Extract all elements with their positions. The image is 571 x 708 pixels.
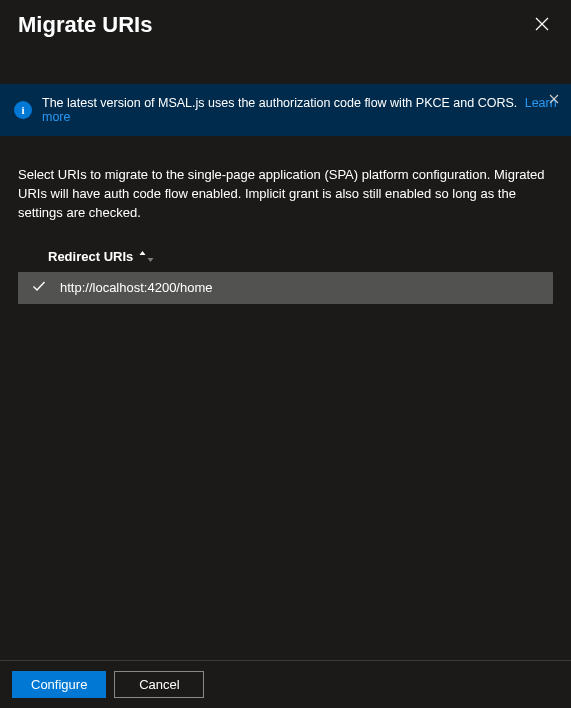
table-row[interactable]: http://localhost:4200/home xyxy=(18,272,553,304)
column-label: Redirect URIs xyxy=(48,249,133,264)
sort-icon xyxy=(139,251,154,262)
banner-close-button[interactable] xyxy=(547,90,561,109)
info-icon: i xyxy=(14,101,32,119)
table-header[interactable]: Redirect URIs xyxy=(18,241,553,272)
info-banner-text: The latest version of MSAL.js uses the a… xyxy=(42,96,557,124)
checkmark-icon xyxy=(32,279,46,297)
uri-value: http://localhost:4200/home xyxy=(60,280,213,295)
description-text: Select URIs to migrate to the single-pag… xyxy=(0,136,571,241)
cancel-button[interactable]: Cancel xyxy=(114,671,204,698)
close-button[interactable] xyxy=(531,13,553,38)
close-icon xyxy=(535,19,549,34)
configure-button[interactable]: Configure xyxy=(12,671,106,698)
info-banner: i The latest version of MSAL.js uses the… xyxy=(0,84,571,136)
page-title: Migrate URIs xyxy=(18,12,152,38)
close-icon xyxy=(549,92,559,107)
